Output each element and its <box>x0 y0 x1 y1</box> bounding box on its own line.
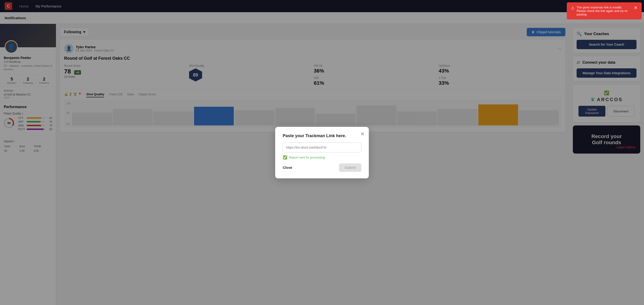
modal-title: Paste your Trackman Link here. <box>283 134 361 138</box>
modal-success-message: ✅ Report sent for processing <box>283 155 361 160</box>
trackman-link-input[interactable] <box>283 142 361 152</box>
modal-overlay[interactable]: Paste your Trackman Link here. ✕ ✅ Repor… <box>0 0 644 305</box>
warning-icon: ⚠ <box>571 6 574 10</box>
modal-close-x-button[interactable]: ✕ <box>360 131 364 137</box>
modal-submit-button[interactable]: Submit <box>339 164 361 172</box>
modal-close-button[interactable]: Close <box>283 166 292 170</box>
error-toast-message: The given trackman link is invalid. Plea… <box>576 6 632 16</box>
error-toast-close-btn[interactable]: ✕ <box>634 6 638 10</box>
error-toast: ⚠ The given trackman link is invalid. Pl… <box>567 2 642 20</box>
modal-footer: Close Submit <box>283 164 361 172</box>
trackman-modal: Paste your Trackman Link here. ✕ ✅ Repor… <box>275 127 369 178</box>
success-check-icon: ✅ <box>283 155 287 160</box>
